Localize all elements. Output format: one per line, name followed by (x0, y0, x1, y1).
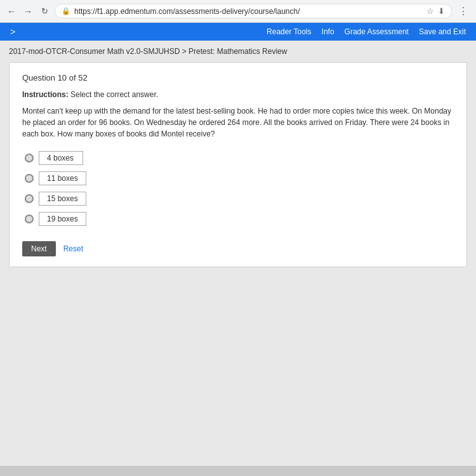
main-content: 2017-mod-OTCR-Consumer Math v2.0-SMJUHSD… (0, 41, 476, 466)
back-button[interactable]: ← (5, 5, 18, 18)
question-body: Montel can't keep up with the demand for… (22, 105, 454, 140)
radio-option-4[interactable] (25, 215, 34, 223)
option-label-1[interactable]: 4 boxes (39, 151, 83, 165)
question-card: Question 10 of 52 Instructions: Select t… (9, 62, 467, 267)
browser-toolbar: ← → ↻ 🔒 https://f1.app.edmentum.com/asse… (0, 0, 476, 22)
answer-options: 4 boxes 11 boxes 15 boxes 19 boxes (25, 151, 454, 226)
option-4[interactable]: 19 boxes (25, 212, 454, 226)
next-button[interactable]: Next (22, 241, 56, 256)
address-bar[interactable]: 🔒 https://f1.app.edmentum.com/assessment… (55, 4, 452, 18)
reader-tools-link[interactable]: Reader Tools (267, 27, 312, 36)
browser-menu-icon[interactable]: ⋮ (456, 5, 471, 17)
lock-icon: 🔒 (62, 7, 70, 15)
action-buttons: Next Reset (22, 241, 454, 256)
radio-option-1[interactable] (25, 154, 34, 162)
forward-button[interactable]: → (22, 5, 34, 18)
download-icon[interactable]: ⬇ (438, 6, 445, 16)
question-number: Question 10 of 52 (22, 73, 454, 83)
url-text: https://f1.app.edmentum.com/assessments-… (74, 7, 423, 16)
browser-chrome: ← → ↻ 🔒 https://f1.app.edmentum.com/asse… (0, 0, 476, 23)
save-exit-link[interactable]: Save and Exit (419, 27, 466, 36)
option-2[interactable]: 11 boxes (25, 171, 454, 185)
option-1[interactable]: 4 boxes (25, 151, 454, 165)
instructions-body: Select the correct answer. (70, 90, 158, 99)
expand-button[interactable]: > (10, 27, 15, 37)
top-nav-bar: > Reader Tools Info Grade Assessment Sav… (0, 23, 476, 41)
grade-assessment-link[interactable]: Grade Assessment (345, 27, 409, 36)
instructions-label: Instructions: (22, 90, 69, 99)
instructions: Instructions: Select the correct answer. (22, 90, 454, 99)
option-label-4[interactable]: 19 boxes (39, 212, 86, 226)
option-3[interactable]: 15 boxes (25, 192, 454, 206)
radio-option-3[interactable] (25, 194, 34, 203)
reset-button[interactable]: Reset (63, 244, 83, 253)
info-link[interactable]: Info (322, 27, 334, 36)
reload-button[interactable]: ↻ (38, 5, 51, 18)
breadcrumb: 2017-mod-OTCR-Consumer Math v2.0-SMJUHSD… (9, 47, 467, 56)
star-icon[interactable]: ☆ (426, 6, 434, 16)
radio-option-2[interactable] (25, 174, 34, 183)
option-label-2[interactable]: 11 boxes (39, 171, 86, 185)
option-label-3[interactable]: 15 boxes (39, 192, 86, 206)
